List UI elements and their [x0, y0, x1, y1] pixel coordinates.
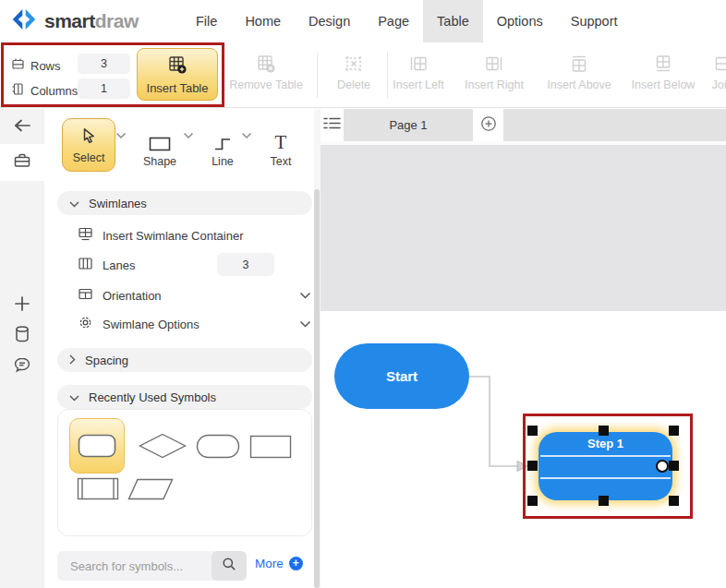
insert-right-button[interactable]: Insert Right — [452, 52, 537, 91]
shape-dropdown-chevron[interactable] — [183, 126, 194, 143]
toolbox-panel-button[interactable] — [0, 144, 44, 181]
comments-panel-button[interactable] — [0, 350, 44, 383]
symbol-rounded-rectangle[interactable] — [69, 418, 125, 474]
text-icon: T — [254, 127, 308, 151]
symbol-parallelogram[interactable] — [127, 478, 175, 500]
selection-handle-middle-right[interactable] — [669, 461, 679, 471]
swimlane-options-chevron[interactable] — [299, 316, 311, 332]
table-row-divider — [540, 455, 671, 457]
menu-bar: smartdraw File Home Design Page Table Op… — [0, 0, 726, 42]
database-icon — [14, 325, 30, 347]
add-page-icon — [480, 115, 497, 136]
remove-table-button[interactable]: Remove Table — [224, 52, 309, 91]
cursor-icon — [79, 126, 98, 150]
spacing-section-header[interactable]: Spacing — [57, 348, 312, 372]
canvas-offpage-area — [321, 145, 726, 311]
selection-handle-bottom-middle[interactable] — [599, 496, 609, 506]
join-icon — [680, 52, 726, 76]
selection-handle-top-right[interactable] — [669, 426, 679, 436]
recently-used-symbols-card — [57, 409, 312, 536]
columns-icon — [11, 82, 25, 99]
menu-item-page[interactable]: Page — [364, 0, 423, 42]
more-plus-icon: + — [289, 557, 303, 570]
chevron-right-icon — [69, 354, 76, 367]
rows-input[interactable] — [78, 54, 130, 74]
lanes-item: Lanes — [78, 256, 135, 274]
step-shape[interactable]: Step 1 — [538, 432, 672, 500]
orientation-chevron[interactable] — [299, 287, 311, 304]
start-shape[interactable]: Start — [334, 343, 469, 409]
selection-handle-middle-left[interactable] — [527, 461, 538, 471]
line-dropdown-chevron[interactable] — [241, 126, 252, 143]
insert-right-icon — [452, 52, 537, 76]
symbol-terminator[interactable] — [195, 434, 241, 459]
text-tool-button[interactable]: T Text — [254, 127, 308, 168]
menu-item-table[interactable]: Table — [423, 0, 483, 42]
menu-item-file[interactable]: File — [182, 0, 231, 42]
page-list-button[interactable] — [321, 109, 344, 141]
orientation-item[interactable]: Orientation — [78, 286, 162, 305]
shape-tool-button[interactable]: Shape — [133, 127, 187, 168]
panel-scrollbar-thumb[interactable] — [314, 189, 320, 588]
symbol-decision-diamond[interactable] — [138, 433, 188, 459]
smartdraw-logo[interactable]: smartdraw — [11, 7, 139, 35]
menu-item-design[interactable]: Design — [295, 0, 364, 42]
selection-handle-bottom-left[interactable] — [527, 496, 538, 506]
chevron-down-icon — [69, 197, 79, 210]
gear-icon — [78, 315, 93, 333]
insert-left-button[interactable]: Insert Left — [376, 52, 461, 91]
plus-icon — [14, 295, 30, 316]
connector-start-to-step[interactable] — [462, 369, 536, 475]
symbol-predefined-process[interactable] — [76, 477, 120, 500]
shape-connection-handle[interactable] — [656, 460, 669, 473]
main-menu: File Home Design Page Table Options Supp… — [182, 0, 632, 42]
menu-item-options[interactable]: Options — [483, 0, 557, 42]
swimlanes-section-header[interactable]: Swimlanes — [57, 191, 312, 215]
data-panel-button[interactable] — [0, 319, 44, 353]
smartdraw-app: smartdraw File Home Design Page Table Op… — [0, 0, 726, 588]
symbol-search-button[interactable] — [212, 551, 247, 581]
recently-used-section-header[interactable]: Recently Used Symbols — [57, 385, 312, 409]
insert-table-label: Insert Table — [147, 81, 209, 95]
logo-wordmark: smartdraw — [44, 10, 139, 32]
selection-handle-top-middle[interactable] — [599, 426, 609, 436]
table-row-divider — [540, 477, 671, 479]
insert-swimlane-container-item[interactable]: Insert Swimlane Container — [78, 226, 243, 245]
search-icon — [222, 557, 236, 575]
insert-table-button[interactable]: Insert Table — [137, 48, 218, 101]
insert-above-button[interactable]: Insert Above — [537, 52, 622, 91]
columns-field-label: Columns — [11, 80, 78, 101]
columns-input[interactable] — [78, 78, 130, 99]
chevron-down-icon — [69, 390, 79, 404]
table-toolbar: Rows Columns — [0, 42, 726, 108]
insert-left-icon — [376, 52, 461, 76]
rows-field-label: Rows — [11, 55, 61, 76]
join-button[interactable]: Join — [680, 52, 726, 91]
lanes-icon — [78, 257, 93, 273]
symbols-panel: Select Shape Line T Text — [44, 109, 314, 588]
menu-item-home[interactable]: Home — [231, 0, 295, 42]
orientation-icon — [78, 287, 93, 304]
comment-icon — [13, 355, 31, 378]
menu-item-support[interactable]: Support — [557, 0, 632, 42]
insert-above-icon — [537, 52, 622, 76]
rows-icon — [11, 57, 25, 74]
add-page-button[interactable] — [473, 109, 503, 141]
page-list-icon — [323, 116, 341, 134]
symbol-rectangle[interactable] — [248, 435, 293, 459]
insert-table-icon — [167, 54, 188, 78]
smartdraw-logo-icon — [11, 6, 37, 36]
selection-handle-bottom-right[interactable] — [669, 496, 679, 506]
back-arrow-icon — [13, 118, 31, 137]
shape-icon — [133, 127, 187, 151]
select-dropdown-chevron[interactable] — [115, 126, 127, 143]
lanes-input[interactable] — [217, 253, 274, 276]
swimlane-options-item[interactable]: Swimlane Options — [78, 315, 200, 333]
swimlane-container-icon — [78, 226, 93, 245]
add-symbols-button[interactable] — [0, 289, 44, 322]
page-tab[interactable]: Page 1 — [344, 109, 473, 141]
select-tool-button[interactable]: Select — [62, 118, 115, 172]
collapse-panel-button[interactable] — [0, 111, 44, 144]
more-symbols-link[interactable]: More + — [255, 557, 303, 570]
selection-handle-top-left[interactable] — [527, 426, 538, 436]
